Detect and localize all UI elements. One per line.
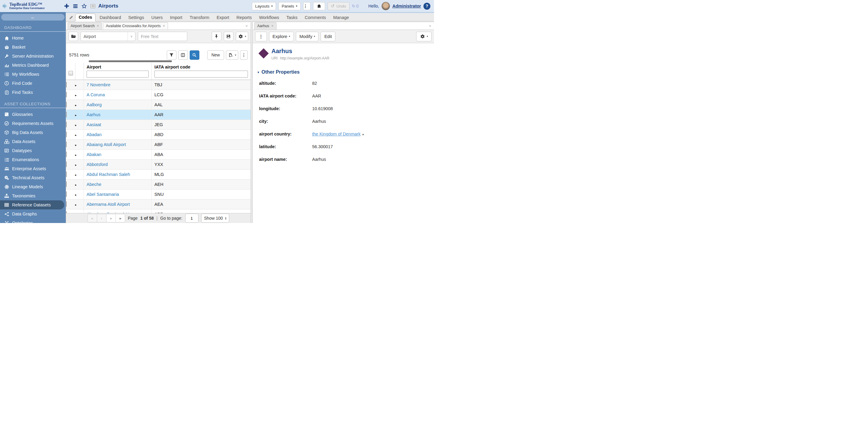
row-checkbox[interactable]	[66, 82, 67, 88]
close-panel-icon[interactable]: ×	[246, 24, 248, 28]
star-icon[interactable]	[82, 3, 87, 9]
detail-tab-aarhus[interactable]: Aarhus ×	[254, 22, 277, 30]
layouts-button[interactable]: Layouts ▾	[252, 2, 276, 10]
edit-button[interactable]: Edit	[320, 32, 335, 41]
tab-users[interactable]: Users	[148, 14, 166, 21]
row-checkbox[interactable]	[66, 161, 67, 167]
table-row[interactable]: ▸AarhusAAR	[66, 110, 251, 120]
airport-link[interactable]: Abadan	[84, 132, 102, 137]
save-search-button[interactable]	[224, 32, 234, 41]
menu-icon[interactable]	[73, 3, 78, 9]
expand-arrow-icon[interactable]: ▸	[75, 84, 76, 87]
tab-import[interactable]: Import	[167, 14, 186, 21]
airport-link[interactable]: Abemama Atoll Airport	[84, 202, 130, 207]
search-settings-button[interactable]: ▾	[236, 32, 248, 41]
new-button[interactable]: New	[207, 50, 224, 60]
scrollbar-thumb[interactable]	[89, 60, 172, 62]
row-checkbox[interactable]	[66, 171, 67, 177]
sidebar-item-data-assets[interactable]: Data Assets	[0, 137, 66, 146]
sidebar-item-basket[interactable]: Basket	[0, 42, 66, 52]
filter-button[interactable]	[167, 50, 177, 60]
sidebar-item-big-data-assets[interactable]: Big Data Assets	[0, 128, 66, 137]
table-row[interactable]: ▸AasiaatJEG	[66, 120, 251, 130]
sidebar-item-taxonomies[interactable]: Taxonomies	[0, 191, 66, 200]
tab-codes[interactable]: Codes	[75, 13, 96, 22]
table-row[interactable]: ▸A CorunaLCG	[66, 90, 251, 100]
row-checkbox[interactable]	[66, 201, 67, 207]
more-options-button[interactable]: ⋮	[303, 2, 311, 10]
airport-link[interactable]: Abakan	[84, 152, 101, 157]
expand-arrow-icon[interactable]: ▸	[75, 203, 76, 206]
table-row[interactable]: ▸7 NovembreTBJ	[66, 80, 251, 90]
sidebar-item-find-code[interactable]: Find Code	[0, 79, 66, 88]
property-value[interactable]: the Kingdom of Denmark	[312, 131, 361, 137]
tab-manage[interactable]: Manage	[330, 14, 352, 21]
expand-arrow-icon[interactable]: ▸	[75, 173, 76, 177]
expand-arrow-icon[interactable]: ▸	[75, 183, 76, 186]
iata-filter-input[interactable]	[154, 70, 248, 78]
open-search-button[interactable]	[68, 32, 78, 41]
sidebar-item-server-administration[interactable]: Server Administration	[0, 52, 66, 61]
close-icon[interactable]: ×	[97, 24, 99, 28]
tab-tasks[interactable]: Tasks	[283, 14, 301, 21]
airport-link[interactable]: Abbotsford	[84, 162, 108, 167]
page-size-select[interactable]: Show 100 ▴▾	[201, 214, 229, 223]
tab-workflows[interactable]: Workflows	[256, 14, 283, 21]
last-page-button[interactable]: »	[116, 214, 125, 222]
sidebar-item-glossaries[interactable]: AzGlossaries	[0, 110, 66, 119]
goto-page-input[interactable]	[185, 214, 198, 223]
subtab-available-crosswalks-for-airports[interactable]: Available Crosswalks for Airports×	[103, 22, 168, 30]
row-checkbox[interactable]	[66, 142, 67, 147]
airport-link[interactable]: Abaiang Atoll Airport	[84, 142, 126, 147]
airport-link[interactable]: Abel Santamaria	[84, 192, 119, 197]
export-button[interactable]: ▾	[226, 50, 238, 60]
tab-reports[interactable]: Reports	[233, 14, 255, 21]
panels-button[interactable]: Panels ▾	[278, 2, 301, 10]
expand-arrow-icon[interactable]: ▸	[75, 93, 76, 97]
expand-arrow-icon[interactable]: ▸	[75, 123, 76, 127]
close-icon[interactable]: ×	[272, 24, 274, 28]
sidebar-item-requirements-assets[interactable]: Requirements Assets	[0, 119, 66, 128]
expand-arrow-icon[interactable]: ▸	[75, 114, 76, 117]
column-header-airport[interactable]: Airport	[87, 65, 149, 69]
sidebar-item-reference-datasets[interactable]: Reference Datasets	[0, 200, 64, 209]
airport-link[interactable]: Abeche	[84, 182, 101, 187]
table-row[interactable]: ▸Abaiang Atoll AirportABF	[66, 140, 251, 150]
table-row[interactable]: ▸Abdul Rachman SalehMLG	[66, 170, 251, 180]
select-all-checkbox[interactable]	[68, 71, 73, 76]
row-checkbox[interactable]	[66, 122, 67, 127]
airport-filter-input[interactable]	[87, 70, 149, 78]
other-properties-section-header[interactable]: ▾ Other Properties	[257, 69, 429, 75]
sidebar-item-enumerations[interactable]: 123Enumerations	[0, 155, 66, 164]
free-text-input[interactable]	[138, 32, 187, 41]
home-button[interactable]	[313, 2, 325, 10]
airport-link[interactable]: 7 Novembre	[84, 82, 111, 87]
sidebar-item-data-graphs[interactable]: Data Graphs	[0, 209, 66, 218]
airport-link[interactable]: Aalborg	[84, 102, 102, 107]
row-checkbox[interactable]	[66, 112, 67, 117]
help-icon[interactable]: ?	[424, 3, 430, 10]
tab-settings[interactable]: Settings	[125, 14, 147, 21]
row-checkbox[interactable]	[66, 92, 67, 97]
close-icon[interactable]: ×	[163, 24, 165, 28]
table-row[interactable]: ▸AbbotsfordYXX	[66, 160, 251, 170]
row-checkbox[interactable]	[66, 102, 67, 108]
airport-link[interactable]: A Coruna	[84, 92, 105, 97]
table-row[interactable]: ▸AbadanABD	[66, 130, 251, 140]
detail-settings-button[interactable]: ▾	[416, 32, 432, 41]
airport-link[interactable]: Abdul Rachman Saleh	[84, 172, 130, 177]
detail-more-button[interactable]: ⋮	[255, 32, 267, 41]
sidebar-item-enterprise-assets[interactable]: Enterprise Assets	[0, 164, 66, 173]
username-link[interactable]: Administrator	[392, 4, 421, 8]
sidebar-item-lineage-models[interactable]: Lineage Models	[0, 182, 66, 191]
table-row[interactable]: ▸AbecheAEH	[66, 180, 251, 189]
search-button[interactable]	[190, 50, 199, 60]
columns-button[interactable]	[178, 50, 188, 60]
sidebar-item-metrics-dashboard[interactable]: Metrics Dashboard	[0, 61, 66, 70]
airport-link[interactable]: Aasiaat	[84, 122, 101, 127]
subtab-airport-search[interactable]: Airport Search×	[67, 22, 102, 30]
topbraid-logo[interactable]: TopBraid EDG™ Enterprise Data Governance	[0, 1, 64, 10]
sidebar-item-technical-assets[interactable]: Technical Assets	[0, 173, 66, 182]
column-header-iata[interactable]: IATA airport code	[154, 65, 248, 69]
table-row[interactable]: ▸AalborgAAL	[66, 100, 251, 110]
